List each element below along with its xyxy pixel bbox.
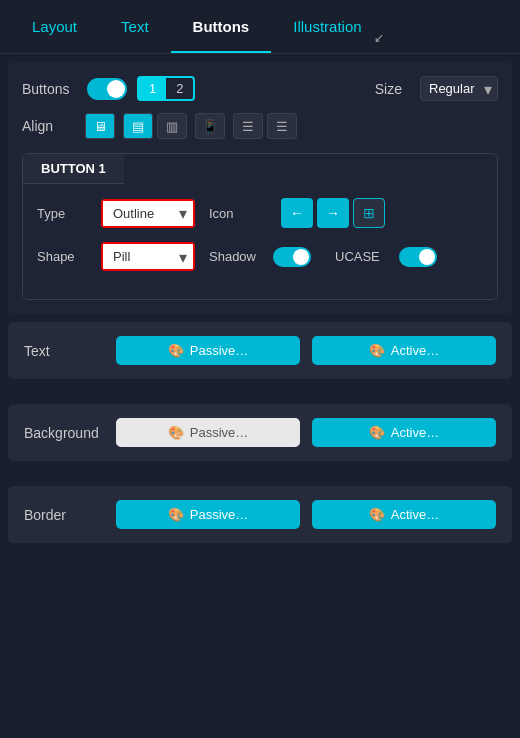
size-select-wrapper: Regular Small Large [420, 76, 498, 101]
align-text-left-icon[interactable]: ☰ [233, 113, 263, 139]
paint-bg-active-icon: 🎨 [369, 425, 385, 440]
text-color-label: Text [24, 343, 104, 359]
border-passive-color-name: green-500 [104, 547, 294, 562]
text-color-container: Text 🎨 Passive… 🎨 Active… green-500 whit… [8, 322, 512, 404]
tab-illustration[interactable]: Illustration [271, 0, 383, 53]
align-phone-icon[interactable]: 📱 [195, 113, 225, 139]
button-num-2[interactable]: 2 [166, 78, 193, 99]
shape-row: Shape Pill Rounded Square Shadow UCASE [37, 242, 483, 271]
icon-group: ← → ⊞ [281, 198, 385, 228]
border-color-names: green-500 green-500 [8, 547, 512, 568]
button-number-group: 1 2 [137, 76, 195, 101]
align-block-center-icon[interactable]: ▥ [157, 113, 187, 139]
color-section: Text 🎨 Passive… 🎨 Active… green-500 whit… [8, 322, 512, 568]
border-color-container: Border 🎨 Passive… 🎨 Active… green-500 gr… [8, 486, 512, 568]
type-label: Type [37, 206, 87, 221]
top-tabs-bar: Layout Text Buttons Illustration ↙ [0, 0, 520, 54]
tab-layout[interactable]: Layout [10, 0, 99, 53]
shadow-toggle[interactable] [273, 247, 311, 267]
bg-passive-btn[interactable]: 🎨 Passive… [116, 418, 300, 447]
text-color-row: Text 🎨 Passive… 🎨 Active… [8, 322, 512, 379]
button1-tab-header[interactable]: BUTTON 1 [23, 154, 124, 184]
ucase-label: UCASE [335, 249, 385, 264]
paint-active-icon: 🎨 [369, 343, 385, 358]
shadow-label: Shadow [209, 249, 259, 264]
align-monitor-icon[interactable]: 🖥 [85, 113, 115, 139]
table-icon-btn[interactable]: ⊞ [353, 198, 385, 228]
align-row: Align 🖥 ▤ ▥ 📱 ☰ ☰ [22, 113, 498, 139]
size-label: Size [375, 81, 402, 97]
paint-passive-icon: 🎨 [168, 343, 184, 358]
align-block-left-icon[interactable]: ▤ [123, 113, 153, 139]
ucase-toggle[interactable] [399, 247, 437, 267]
text-color-names: green-500 white-000 [8, 383, 512, 404]
text-passive-btn[interactable]: 🎨 Passive… [116, 336, 300, 365]
button-num-1[interactable]: 1 [139, 78, 166, 99]
type-select-wrapper: Outline Filled Ghost [101, 199, 195, 228]
paint-bg-passive-icon: 🎨 [168, 425, 184, 440]
align-block-icons: ▤ ▥ [123, 113, 187, 139]
size-select[interactable]: Regular Small Large [420, 76, 498, 101]
bg-color-container: Background 🎨 Passive… 🎨 Active… green-50… [8, 404, 512, 486]
bg-color-label: Background [24, 425, 104, 441]
text-active-color-name: white-000 [306, 383, 496, 398]
bg-active-btn[interactable]: 🎨 Active… [312, 418, 496, 447]
paint-border-active-icon: 🎨 [369, 507, 385, 522]
align-label: Align [22, 118, 77, 134]
type-row: Type Outline Filled Ghost Icon ← → ⊞ [37, 198, 483, 228]
arrow-left-icon-btn[interactable]: ← [281, 198, 313, 228]
main-panel: Buttons 1 2 Size Regular Small Large Ali… [8, 62, 512, 314]
bg-active-color-name: green-500 [306, 465, 496, 480]
arrow-right-icon-btn[interactable]: → [317, 198, 349, 228]
bg-passive-color-name [104, 465, 294, 480]
border-active-color-name: green-500 [306, 547, 496, 562]
buttons-row: Buttons 1 2 Size Regular Small Large [22, 76, 498, 101]
buttons-label: Buttons [22, 81, 77, 97]
tab-text[interactable]: Text [99, 0, 171, 53]
buttons-toggle[interactable] [87, 78, 127, 100]
shape-select-wrapper: Pill Rounded Square [101, 242, 195, 271]
border-active-btn[interactable]: 🎨 Active… [312, 500, 496, 529]
align-text-icons: ☰ ☰ [233, 113, 297, 139]
type-select[interactable]: Outline Filled Ghost [103, 201, 193, 226]
text-passive-color-name: green-500 [104, 383, 294, 398]
shape-label: Shape [37, 249, 87, 264]
border-passive-btn[interactable]: 🎨 Passive… [116, 500, 300, 529]
shape-select[interactable]: Pill Rounded Square [103, 244, 193, 269]
bg-color-names: green-500 [8, 465, 512, 486]
border-color-row: Border 🎨 Passive… 🎨 Active… [8, 486, 512, 543]
icon-label: Icon [209, 206, 259, 221]
align-text-right-icon[interactable]: ☰ [267, 113, 297, 139]
tab-buttons[interactable]: Buttons [171, 0, 272, 53]
paint-border-passive-icon: 🎨 [168, 507, 184, 522]
text-active-btn[interactable]: 🎨 Active… [312, 336, 496, 365]
button1-section: BUTTON 1 Type Outline Filled Ghost Icon … [22, 153, 498, 300]
border-color-label: Border [24, 507, 104, 523]
button1-tab-content: Type Outline Filled Ghost Icon ← → ⊞ S [23, 184, 497, 299]
bg-color-row: Background 🎨 Passive… 🎨 Active… [8, 404, 512, 461]
